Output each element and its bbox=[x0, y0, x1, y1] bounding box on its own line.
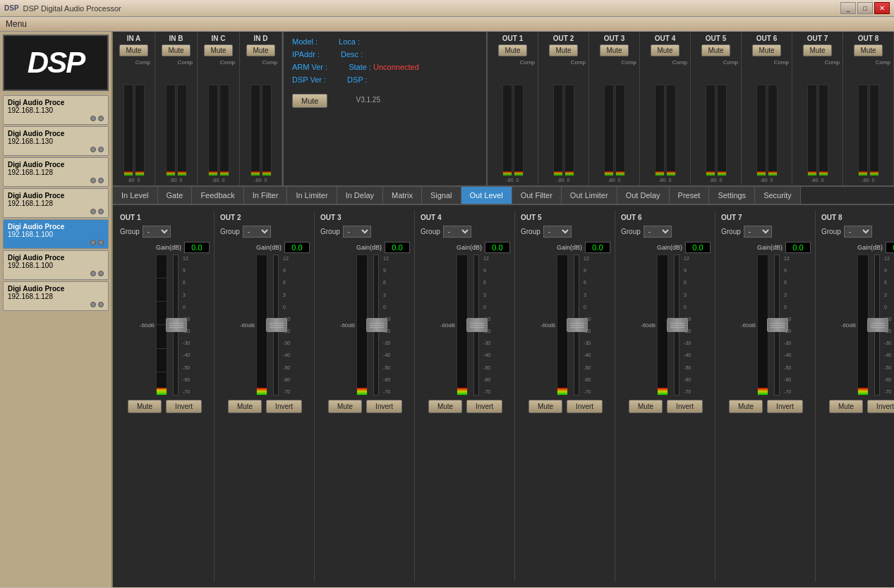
fader-handle-8[interactable] bbox=[867, 318, 888, 332]
tab-signal[interactable]: Signal bbox=[422, 187, 461, 204]
invert-button-1[interactable]: Invert bbox=[166, 400, 202, 413]
meter-bar-out2 bbox=[553, 85, 563, 176]
out-channel-label-2: OUT 2 bbox=[220, 214, 241, 221]
fader-row-8: -60dB 129630-10-20-30-40- bbox=[841, 255, 891, 396]
group-select-2[interactable]: -AB bbox=[243, 226, 271, 238]
app-icon: DSP bbox=[4, 4, 19, 12]
mute-button-out5-top[interactable]: Mute bbox=[701, 44, 730, 56]
invert-button-4[interactable]: Invert bbox=[466, 400, 502, 413]
bottom-btns-2: Mute Invert bbox=[228, 400, 302, 413]
group-selector-4: Group -AB bbox=[421, 226, 471, 238]
bottom-btns-8: Mute Invert bbox=[829, 400, 894, 413]
fader-handle-1[interactable] bbox=[166, 318, 187, 332]
group-select-3[interactable]: -AB bbox=[343, 226, 371, 238]
mute-button-out3-top[interactable]: Mute bbox=[600, 44, 628, 56]
mute-button-inc[interactable]: Mute bbox=[204, 44, 232, 56]
minimize-button[interactable]: _ bbox=[840, 2, 856, 14]
mute-out-button-2[interactable]: Mute bbox=[228, 400, 262, 413]
bottom-btns-4: Mute Invert bbox=[428, 400, 502, 413]
out-channel-6: OUT 6 Group -AB Gain(dB) 0.0 -60dB bbox=[617, 211, 715, 582]
tab-feedback[interactable]: Feedback bbox=[192, 187, 243, 204]
mute-out-button-4[interactable]: Mute bbox=[428, 400, 462, 413]
meter-bar-out4 bbox=[655, 85, 665, 176]
sidebar-item-device-3[interactable]: Digi Audio Proce 192.168.1.128 bbox=[3, 157, 109, 187]
tab-in-filter[interactable]: In Filter bbox=[244, 187, 288, 204]
comp-label-inb: Comp bbox=[178, 59, 193, 66]
tab-security[interactable]: Security bbox=[755, 187, 801, 204]
menu-label[interactable]: Menu bbox=[6, 19, 27, 29]
info-mute-button[interactable]: Mute bbox=[292, 94, 327, 108]
maximize-button[interactable]: □ bbox=[857, 2, 873, 14]
mute-button-ina[interactable]: Mute bbox=[119, 44, 147, 56]
gain-value-8: 0.0 bbox=[886, 242, 894, 253]
invert-button-6[interactable]: Invert bbox=[667, 400, 703, 413]
tab-in-limiter[interactable]: In Limiter bbox=[287, 187, 337, 204]
out-level-area: OUT 1 Group -AB Gain(dB) 0.0 -60dB bbox=[113, 205, 894, 587]
group-select-8[interactable]: -AB bbox=[844, 226, 872, 238]
invert-button-3[interactable]: Invert bbox=[366, 400, 402, 413]
scale-out7: -800 bbox=[811, 178, 823, 183]
tab-matrix[interactable]: Matrix bbox=[383, 187, 422, 204]
tab-out-filter[interactable]: Out Filter bbox=[512, 187, 562, 204]
tab-out-delay[interactable]: Out Delay bbox=[617, 187, 670, 204]
group-select-1[interactable]: -AB bbox=[143, 226, 171, 238]
scale-out5: -800 bbox=[709, 178, 722, 183]
group-select-4[interactable]: -AB bbox=[443, 226, 471, 238]
meter-vu-fill-6 bbox=[658, 388, 668, 395]
tab-out-limiter[interactable]: Out Limiter bbox=[562, 187, 617, 204]
group-select-6[interactable]: -AB bbox=[644, 226, 672, 238]
sidebar-item-device-7[interactable]: Digi Audio Proce 192.168.1.128 bbox=[3, 281, 109, 311]
group-selector-3: Group -AB bbox=[320, 226, 371, 238]
bottom-btns-6: Mute Invert bbox=[629, 400, 703, 413]
fader-handle-5[interactable] bbox=[567, 318, 588, 332]
sidebar-item-device-5[interactable]: Digi Audio Proce 192.168.1.100 bbox=[3, 219, 109, 249]
mute-out-button-3[interactable]: Mute bbox=[328, 400, 362, 413]
meter-fill bbox=[251, 171, 260, 176]
group-selector-2: Group -AB bbox=[220, 226, 271, 238]
mute-button-out7-top[interactable]: Mute bbox=[803, 44, 831, 56]
sidebar-item-device-2[interactable]: Digi Audio Proce 192.168.1.130 bbox=[3, 126, 109, 156]
mute-button-inb[interactable]: Mute bbox=[162, 44, 190, 56]
invert-button-5[interactable]: Invert bbox=[567, 400, 603, 413]
fader-handle-3[interactable] bbox=[366, 318, 387, 332]
group-select-5[interactable]: -AB bbox=[543, 226, 572, 238]
mute-button-out2-top[interactable]: Mute bbox=[549, 44, 577, 56]
mute-button-out6-top[interactable]: Mute bbox=[752, 44, 780, 56]
invert-button-2[interactable]: Invert bbox=[266, 400, 302, 413]
info-ip: IPAddr : bbox=[292, 50, 320, 59]
tab-gate[interactable]: Gate bbox=[158, 187, 193, 204]
invert-button-7[interactable]: Invert bbox=[767, 400, 803, 413]
fader-handle-2[interactable] bbox=[266, 318, 287, 332]
close-button[interactable]: ✕ bbox=[874, 2, 890, 14]
sidebar-item-device-6[interactable]: Digi Audio Proce 192.168.1.100 bbox=[3, 250, 109, 280]
sidebar-item-device-1[interactable]: Digi Audio Proce 192.168.1.130 bbox=[3, 95, 109, 125]
invert-button-8[interactable]: Invert bbox=[867, 400, 894, 413]
sidebar-item-device-4[interactable]: Digi Audio Proce 192.168.1.128 bbox=[3, 188, 109, 218]
tab-in-delay[interactable]: In Delay bbox=[337, 187, 383, 204]
meter-bar-ind-r bbox=[262, 85, 272, 176]
mute-button-ind[interactable]: Mute bbox=[246, 44, 274, 56]
out-channel-4: OUT 4 Group -AB Gain(dB) 0.0 -60dB bbox=[416, 211, 515, 582]
tab-out-level[interactable]: Out Level bbox=[461, 187, 512, 204]
group-select-7[interactable]: -AB bbox=[744, 226, 772, 238]
tab-settings[interactable]: Settings bbox=[709, 187, 755, 204]
mute-out-button-1[interactable]: Mute bbox=[128, 400, 162, 413]
mute-button-out4-top[interactable]: Mute bbox=[651, 44, 679, 56]
meter-bar-inc-l bbox=[208, 85, 218, 176]
device-dot bbox=[98, 147, 104, 152]
meter-bar-inb-l bbox=[166, 85, 176, 176]
menu-bar[interactable]: Menu bbox=[0, 17, 894, 32]
mute-out-button-6[interactable]: Mute bbox=[629, 400, 663, 413]
tab-preset[interactable]: Preset bbox=[670, 187, 710, 204]
mute-button-out1-top[interactable]: Mute bbox=[498, 44, 526, 56]
fader-handle-4[interactable] bbox=[466, 318, 488, 332]
mute-button-out8-top[interactable]: Mute bbox=[854, 44, 882, 56]
mute-out-button-5[interactable]: Mute bbox=[528, 400, 562, 413]
fader-handle-6[interactable] bbox=[667, 318, 688, 332]
fader-row-2: -60dB 129630-10-20-30-40- bbox=[240, 255, 290, 396]
mute-out-button-7[interactable]: Mute bbox=[729, 400, 763, 413]
tab-in-level[interactable]: In Level bbox=[113, 187, 158, 204]
gain-value-5: 0.0 bbox=[585, 242, 610, 253]
fader-handle-7[interactable] bbox=[767, 318, 788, 332]
mute-out-button-8[interactable]: Mute bbox=[829, 400, 863, 413]
